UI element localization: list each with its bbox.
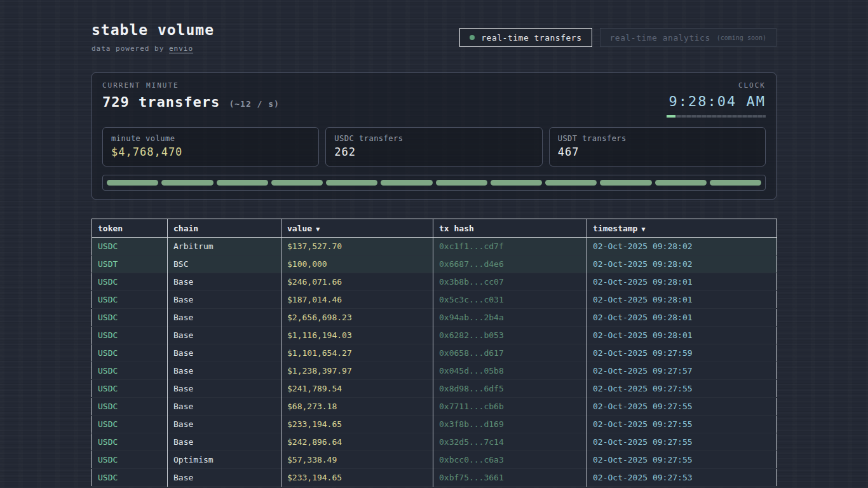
live-dot-icon <box>470 35 475 40</box>
cell-tx-hash[interactable]: 0x5c3c...c031 <box>433 291 587 309</box>
cell-token: USDT <box>92 255 168 273</box>
cell-value: $100,000 <box>281 255 433 273</box>
transfers-table-wrap: token chain value▼ tx hash timestamp▼ US… <box>92 219 776 487</box>
stat-value: 467 <box>558 146 757 158</box>
tab-real-time-transfers[interactable]: real-time transfers <box>459 28 592 47</box>
cell-value: $187,014.46 <box>281 291 433 309</box>
table-row: USDTBSC$100,0000x6687...d4e602-Oct-2025 … <box>92 255 777 273</box>
cell-chain: Optimism <box>168 451 281 469</box>
minute-progress-bar <box>667 115 766 118</box>
stat-label: USDT transfers <box>558 134 757 143</box>
cell-chain: Base <box>168 344 281 362</box>
table-row: USDCBase$1,116,194.030x6282...b05302-Oct… <box>92 327 777 344</box>
subtitle-text: data powered by <box>92 44 164 53</box>
cell-value: $57,338.49 <box>281 451 433 469</box>
cell-tx-hash[interactable]: 0x7711...cb6b <box>433 398 587 416</box>
table-row: USDCBase$242,896.640x32d5...7c1402-Oct-2… <box>92 433 777 451</box>
cell-tx-hash[interactable]: 0x3f8b...d169 <box>433 416 587 433</box>
cell-chain: Base <box>168 416 281 433</box>
cell-chain: BSC <box>168 255 281 273</box>
current-minute-label: CURRENT MINUTE <box>102 81 280 90</box>
transfers-count-value: 729 transfers <box>102 94 220 110</box>
cell-chain: Base <box>168 433 281 451</box>
cell-tx-hash[interactable]: 0x94ab...2b4a <box>433 309 587 327</box>
cell-tx-hash[interactable]: 0x0658...d617 <box>433 344 587 362</box>
capacity-segment <box>655 180 707 186</box>
table-row: USDCBase$241,789.540x8d98...6df502-Oct-2… <box>92 380 777 398</box>
cell-timestamp: 02-Oct-2025 09:27:55 <box>587 380 777 398</box>
cell-tx-hash[interactable]: 0x3b8b...cc07 <box>433 273 587 291</box>
cell-token: USDC <box>92 416 168 433</box>
stat-value: 262 <box>334 146 533 158</box>
cell-tx-hash[interactable]: 0xbf75...3661 <box>433 469 587 487</box>
table-row: USDCBase$233,194.650xbf75...366102-Oct-2… <box>92 469 777 487</box>
cell-token: USDC <box>92 327 168 344</box>
cell-value: $241,789.54 <box>281 380 433 398</box>
brand-block: stable volume data powered by envio <box>92 22 214 53</box>
table-row: USDCOptimism$57,338.490xbcc0...c6a302-Oc… <box>92 451 777 469</box>
column-header-timestamp[interactable]: timestamp▼ <box>587 219 777 238</box>
tab-bar: real-time transfers real-time analytics … <box>459 28 776 47</box>
cell-tx-hash[interactable]: 0x8d98...6df5 <box>433 380 587 398</box>
tab-label: real-time analytics <box>610 33 710 43</box>
cell-value: $68,273.18 <box>281 398 433 416</box>
clock-block: CLOCK 9:28:04 AM <box>667 81 766 118</box>
table-row: USDCBase$1,238,397.970x045d...05b802-Oct… <box>92 362 777 380</box>
stat-label: USDC transfers <box>334 134 533 143</box>
transfers-table: token chain value▼ tx hash timestamp▼ US… <box>92 219 777 487</box>
clock-time: 9:28:04 AM <box>667 93 766 109</box>
cell-value: $233,194.65 <box>281 416 433 433</box>
cell-token: USDC <box>92 398 168 416</box>
stat-boxes: minute volume $4,768,470 USDC transfers … <box>102 127 766 166</box>
cell-timestamp: 02-Oct-2025 09:28:01 <box>587 327 777 344</box>
stat-minute-volume: minute volume $4,768,470 <box>102 127 319 166</box>
cell-tx-hash[interactable]: 0x32d5...7c14 <box>433 433 587 451</box>
segment-bar <box>102 175 766 191</box>
panel-top-row: CURRENT MINUTE 729 transfers (~12 / s) C… <box>102 81 766 118</box>
cell-token: USDC <box>92 362 168 380</box>
cell-tx-hash[interactable]: 0xc1f1...cd7f <box>433 238 587 255</box>
sort-desc-icon: ▼ <box>316 226 320 233</box>
column-header-value[interactable]: value▼ <box>281 219 433 238</box>
capacity-segment <box>710 180 761 186</box>
cell-chain: Arbitrum <box>168 238 281 255</box>
cell-timestamp: 02-Oct-2025 09:27:57 <box>587 362 777 380</box>
cell-tx-hash[interactable]: 0x6687...d4e6 <box>433 255 587 273</box>
cell-value: $1,238,397.97 <box>281 362 433 380</box>
table-row: USDCBase$233,194.650x3f8b...d16902-Oct-2… <box>92 416 777 433</box>
tab-real-time-analytics[interactable]: real-time analytics (coming soon) <box>600 28 777 47</box>
cell-value: $246,071.66 <box>281 273 433 291</box>
transfers-count: 729 transfers (~12 / s) <box>102 94 280 110</box>
cell-chain: Base <box>168 469 281 487</box>
cell-token: USDC <box>92 380 168 398</box>
table-body: USDCArbitrum$137,527.700xc1f1...cd7f02-O… <box>92 238 777 487</box>
cell-value: $1,116,194.03 <box>281 327 433 344</box>
current-minute-panel: CURRENT MINUTE 729 transfers (~12 / s) C… <box>92 72 776 200</box>
column-header-token: token <box>92 219 168 238</box>
table-row: USDCArbitrum$137,527.700xc1f1...cd7f02-O… <box>92 238 777 255</box>
page-root: stable volume data powered by envio real… <box>92 0 776 487</box>
cell-tx-hash[interactable]: 0x045d...05b8 <box>433 362 587 380</box>
table-header-row: token chain value▼ tx hash timestamp▼ <box>92 219 777 238</box>
stat-value: $4,768,470 <box>111 146 310 158</box>
stat-label: minute volume <box>111 134 310 143</box>
capacity-segment <box>600 180 651 186</box>
cell-timestamp: 02-Oct-2025 09:28:01 <box>587 309 777 327</box>
top-bar: stable volume data powered by envio real… <box>92 0 776 53</box>
cell-token: USDC <box>92 273 168 291</box>
column-header-chain: chain <box>168 219 281 238</box>
sort-desc-icon: ▼ <box>641 226 645 233</box>
cell-chain: Base <box>168 398 281 416</box>
column-header-tx-hash: tx hash <box>433 219 587 238</box>
cell-tx-hash[interactable]: 0xbcc0...c6a3 <box>433 451 587 469</box>
envio-link[interactable]: envio <box>169 44 193 53</box>
capacity-segment <box>107 180 158 186</box>
capacity-segment <box>545 180 597 186</box>
cell-tx-hash[interactable]: 0x6282...b053 <box>433 327 587 344</box>
cell-chain: Base <box>168 327 281 344</box>
minute-progress-fill <box>667 115 675 118</box>
capacity-segment <box>436 180 487 186</box>
transfers-rate: (~12 / s) <box>229 99 279 109</box>
stat-usdc-transfers: USDC transfers 262 <box>325 127 542 166</box>
capacity-segment <box>491 180 542 186</box>
